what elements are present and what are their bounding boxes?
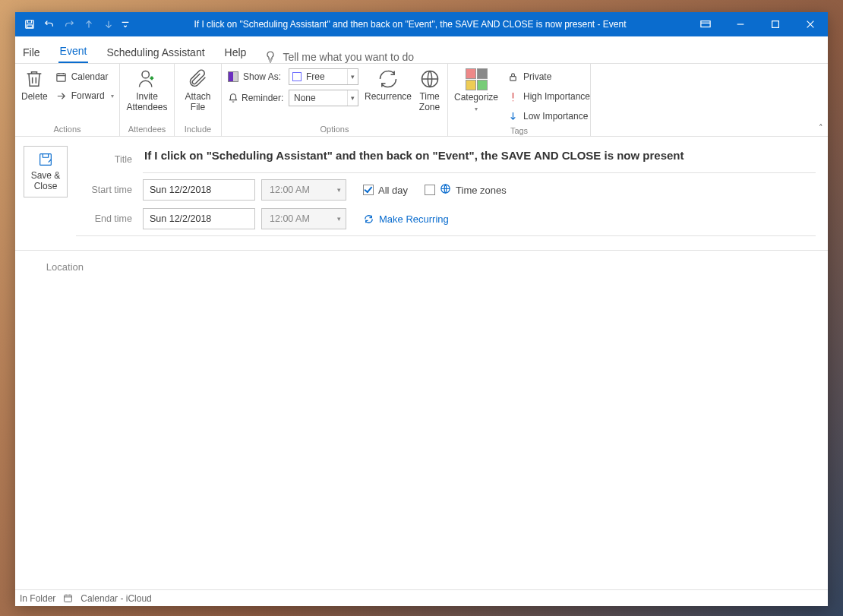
calendar-button[interactable]: Calendar: [52, 68, 117, 85]
svg-rect-6: [510, 76, 516, 81]
qat-down-icon[interactable]: [99, 12, 118, 36]
start-time-dropdown: 12:00 AM ▾: [261, 179, 346, 201]
reminder-value: None: [289, 93, 347, 103]
calendar-icon: [55, 71, 67, 83]
calendar-label: Calendar: [71, 71, 109, 82]
private-label: Private: [523, 71, 551, 82]
qat-redo-icon[interactable]: [59, 12, 79, 36]
start-date-input[interactable]: [143, 179, 255, 201]
chevron-down-icon: ▾: [347, 90, 358, 106]
delete-label: Delete: [21, 92, 48, 103]
group-tags-label: Tags: [454, 125, 584, 137]
save-and-close-button[interactable]: Save & Close: [24, 146, 68, 197]
reminder-dropdown[interactable]: None ▾: [289, 90, 358, 106]
trash-icon: [24, 68, 45, 90]
tab-file[interactable]: File: [21, 42, 42, 63]
time-zones-checkbox[interactable]: Time zones: [425, 183, 507, 197]
tell-me-search[interactable]: Tell me what you want to do: [264, 51, 414, 63]
tell-me-placeholder: Tell me what you want to do: [283, 51, 414, 63]
attach-file-button[interactable]: Attach File: [181, 67, 215, 113]
end-date-input[interactable]: [143, 208, 255, 229]
end-time-value: 12:00 AM: [262, 213, 332, 224]
start-time-label: Start time: [76, 185, 143, 195]
high-importance-label: High Importance: [523, 91, 590, 102]
collapse-ribbon-icon[interactable]: ˄: [819, 123, 823, 133]
tab-event[interactable]: Event: [58, 40, 89, 63]
tab-scheduling-assistant[interactable]: Scheduling Assistant: [105, 42, 206, 63]
event-body-editor[interactable]: [15, 283, 828, 589]
start-date-field[interactable]: [144, 185, 275, 195]
categorize-button[interactable]: Categorize ▾: [454, 67, 498, 112]
low-importance-icon: [507, 111, 519, 122]
bell-icon: [228, 93, 238, 103]
low-importance-button[interactable]: Low Importance: [504, 108, 593, 125]
recurrence-icon: [363, 213, 374, 225]
all-day-checkbox[interactable]: All day: [363, 185, 408, 196]
minimize-button[interactable]: [723, 12, 758, 36]
recurrence-button[interactable]: Recurrence: [366, 67, 410, 103]
svg-rect-11: [65, 595, 72, 602]
svg-rect-3: [57, 73, 65, 81]
make-recurring-link[interactable]: Make Recurring: [363, 213, 449, 225]
end-time-label: End time: [76, 213, 143, 224]
title-input[interactable]: If I click on "Scheduling Assistant" and…: [143, 146, 816, 173]
save-close-icon: [37, 151, 54, 168]
make-recurring-label: Make Recurring: [379, 213, 449, 225]
globe-icon: [419, 68, 440, 90]
save-and-close-label: Save & Close: [24, 171, 67, 192]
start-time-value: 12:00 AM: [262, 185, 332, 195]
status-in-folder: In Folder: [20, 593, 55, 604]
group-actions-label: Actions: [21, 123, 113, 136]
qat-save-icon[interactable]: [20, 12, 39, 36]
high-importance-button[interactable]: High Importance: [504, 88, 593, 105]
end-date-field[interactable]: [144, 213, 275, 224]
all-day-label: All day: [378, 185, 408, 196]
group-include-label: Include: [181, 123, 215, 136]
qat-customize-icon[interactable]: [118, 12, 132, 36]
globe-icon: [440, 183, 451, 197]
reminder-label: Reminder:: [242, 93, 283, 103]
person-add-icon: [137, 68, 158, 90]
private-button[interactable]: Private: [504, 68, 593, 85]
categorize-icon: [466, 68, 488, 90]
location-label: Location: [27, 261, 94, 273]
invite-attendees-button[interactable]: Invite Attendees: [126, 67, 168, 113]
group-attendees-label: Attendees: [126, 123, 168, 136]
calendar-icon: [63, 593, 73, 603]
attach-file-label: Attach File: [181, 92, 215, 113]
show-as-icon: [228, 71, 238, 82]
recurrence-label: Recurrence: [365, 92, 412, 103]
group-options-label: Options: [228, 123, 441, 136]
invite-attendees-label: Invite Attendees: [126, 92, 168, 113]
recurrence-icon: [377, 68, 399, 90]
time-zone-button[interactable]: Time Zone: [418, 67, 441, 113]
delete-button[interactable]: Delete: [21, 67, 48, 103]
svg-rect-7: [40, 154, 52, 166]
ribbon-display-options-icon[interactable]: [688, 12, 723, 36]
end-time-dropdown: 12:00 AM ▾: [261, 208, 346, 229]
chevron-down-icon: ▾: [347, 69, 358, 84]
forward-icon: [55, 90, 67, 102]
show-as-dropdown[interactable]: Free ▾: [289, 68, 358, 85]
svg-rect-2: [772, 21, 779, 28]
tab-help[interactable]: Help: [223, 42, 248, 63]
forward-button[interactable]: Forward ▾: [52, 87, 117, 104]
chevron-down-icon: ▾: [332, 215, 346, 223]
free-swatch-icon: [292, 72, 302, 81]
checkbox-checked-icon: [363, 185, 374, 195]
window-title: If I click on "Scheduling Assistant" and…: [132, 19, 688, 30]
lock-icon: [507, 71, 519, 83]
maximize-button[interactable]: [758, 12, 793, 36]
status-calendar-name: Calendar - iCloud: [81, 593, 151, 604]
qat-up-icon[interactable]: [79, 12, 99, 36]
svg-rect-1: [701, 21, 710, 27]
close-button[interactable]: [793, 12, 828, 36]
high-importance-icon: [507, 91, 519, 103]
checkbox-unchecked-icon: [425, 185, 435, 195]
paperclip-icon: [188, 68, 209, 90]
qat-undo-icon[interactable]: [39, 12, 59, 36]
svg-point-4: [142, 71, 149, 78]
forward-label: Forward: [71, 90, 105, 101]
title-label: Title: [76, 154, 143, 165]
show-as-value: Free: [302, 71, 347, 82]
